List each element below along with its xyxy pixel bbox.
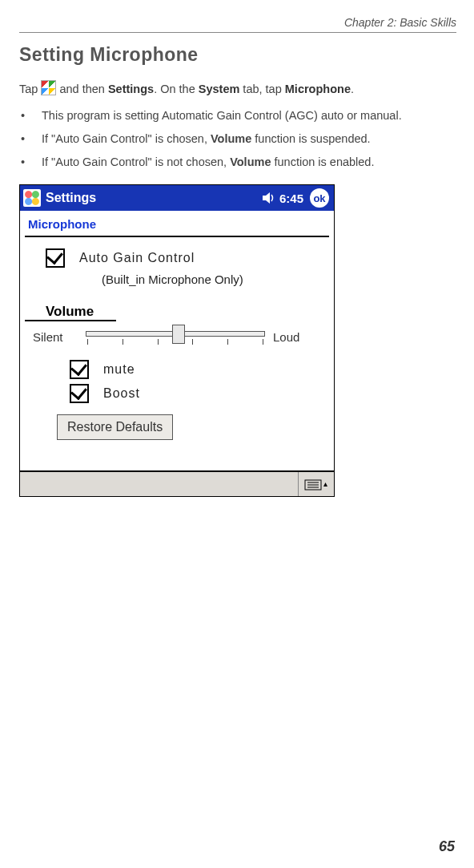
divider — [25, 236, 329, 237]
screen-title: Microphone — [25, 216, 329, 236]
page-heading: Setting Microphone — [19, 44, 456, 66]
text-bold: Settings — [108, 83, 154, 95]
text: . — [351, 83, 354, 95]
keyboard-button[interactable] — [298, 472, 334, 496]
volume-slider-row: Silent Loud — [25, 325, 329, 349]
text-bold: System — [199, 83, 240, 95]
ok-button[interactable]: ok — [310, 188, 329, 208]
text: tab, tap — [239, 83, 284, 95]
text: . On the — [154, 83, 199, 95]
text-bold: Volume — [230, 155, 271, 168]
agc-row: Auto Gain Control — [25, 248, 329, 268]
list-item: If "Auto Gain Control" is chosen, Volume… — [19, 129, 456, 149]
slider-max-label: Loud — [273, 330, 321, 344]
volume-header: Volume — [25, 304, 116, 321]
title-bar: Settings 6:45 ok — [20, 185, 334, 211]
mute-checkbox[interactable] — [70, 360, 89, 379]
slider-min-label: Silent — [33, 330, 78, 344]
text: function is suspended. — [251, 132, 370, 145]
bullet-list: This program is setting Automatic Gain C… — [19, 106, 456, 172]
restore-defaults-button[interactable]: Restore Defaults — [57, 414, 173, 440]
device-screenshot: Settings 6:45 ok Microphone Auto Gain Co… — [19, 184, 335, 497]
chapter-header: Chapter 2: Basic Skills — [19, 16, 456, 29]
text: function is enabled. — [271, 155, 374, 168]
start-icon — [41, 80, 56, 95]
text-bold: Volume — [211, 132, 251, 145]
agc-subtext: (Built_in Microphone Only) — [25, 273, 329, 286]
text: Tap — [19, 83, 41, 95]
boost-row: Boost — [25, 384, 329, 403]
start-icon[interactable] — [23, 189, 41, 207]
text: If "Auto Gain Control" is chosen, — [42, 132, 211, 145]
boost-label: Boost — [103, 386, 140, 401]
list-item: If "Auto Gain Control" is not chosen, Vo… — [19, 152, 456, 172]
page-number: 65 — [439, 838, 455, 855]
agc-checkbox[interactable] — [46, 248, 65, 268]
speaker-icon[interactable] — [262, 192, 276, 204]
clock: 6:45 — [279, 192, 303, 205]
intro-paragraph: Tap and then Settings. On the System tab… — [19, 80, 456, 98]
text: If "Auto Gain Control" is not chosen, — [42, 155, 230, 168]
list-item: This program is setting Automatic Gain C… — [19, 106, 456, 126]
agc-label: Auto Gain Control — [79, 251, 195, 265]
text-bold: Microphone — [285, 83, 351, 95]
svg-marker-5 — [323, 482, 327, 486]
window-title: Settings — [46, 191, 262, 205]
boost-checkbox[interactable] — [70, 384, 89, 403]
bottom-bar — [20, 470, 334, 496]
volume-slider[interactable] — [86, 325, 265, 349]
mute-row: mute — [25, 360, 329, 379]
svg-marker-0 — [263, 192, 270, 204]
mute-label: mute — [103, 362, 135, 377]
text: and then — [56, 83, 108, 95]
header-rule — [19, 32, 456, 33]
screen-body: Microphone Auto Gain Control (Built_in M… — [20, 211, 334, 470]
